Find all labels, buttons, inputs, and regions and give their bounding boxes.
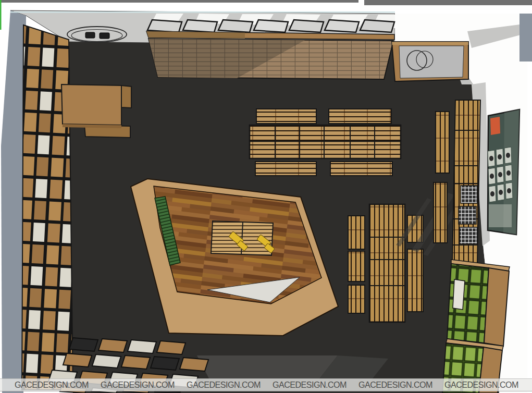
long-table [369,204,405,322]
watermark-band: GACEDESIGN.COM GACEDESIGN.COM GACEDESIGN… [0,378,532,391]
bench [348,251,365,281]
right-outer-wall [519,14,532,62]
watermark-text: GACEDESIGN.COM [358,379,432,390]
green-axis-line [0,0,2,30]
stool [100,33,109,39]
interior-render: GACEDESIGN.COM GACEDESIGN.COM GACEDESIGN… [0,0,532,393]
bench [255,162,316,176]
green-locker-shelf [442,260,510,393]
watermark-text: GACEDESIGN.COM [15,379,89,390]
bench [407,249,423,312]
watermark-text: GACEDESIGN.COM [101,379,175,390]
bench [329,109,391,124]
bench [436,112,449,173]
mesh-basket [461,186,477,203]
poster-logo [490,117,500,135]
clerestory-glass-line [10,11,395,13]
stool [85,32,95,38]
left-wall-cube-shelving [22,25,73,390]
botanical-wall-poster [488,109,519,235]
bench [348,285,365,313]
mesh-basket [460,227,477,244]
watermark-text: GACEDESIGN.COM [273,379,347,390]
poster-grid [488,147,513,227]
watermark-text: GACEDESIGN.COM [444,379,518,390]
bench [434,182,447,243]
mesh-basket [459,206,476,224]
slatted-display-wall [146,31,394,79]
bench [256,109,316,124]
render-canvas [0,0,532,393]
watermark-text: GACEDESIGN.COM [187,379,261,390]
bench [348,216,365,249]
bench [330,162,392,176]
white-cubby [453,279,465,310]
platform-slat-table [211,221,276,255]
service-booth [392,42,468,81]
